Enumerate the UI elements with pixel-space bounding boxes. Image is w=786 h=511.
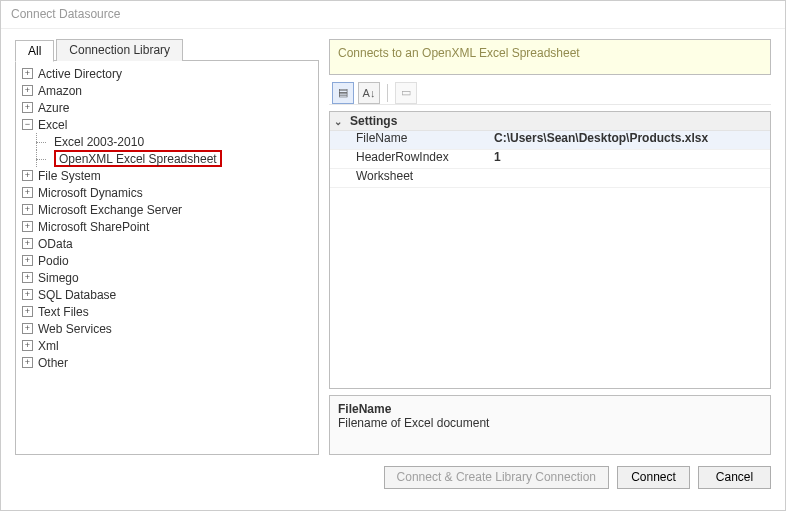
settings-value[interactable] [490,169,770,187]
tree-node-podio[interactable]: +Podio [18,252,316,269]
dialog-footer: Connect & Create Library Connection Conn… [1,455,785,499]
categorized-view-button[interactable]: ▤ [332,82,354,104]
datasource-tree[interactable]: +Active Directory+Amazon+Azure−ExcelExce… [15,61,319,455]
datasource-description: Connects to an OpenXML Excel Spreadsheet [329,39,771,75]
help-text: Filename of Excel document [338,416,762,430]
expand-icon[interactable]: + [22,272,33,283]
tree-branch-icon [36,150,50,167]
tree-node-text-files[interactable]: +Text Files [18,303,316,320]
tab-all[interactable]: All [15,40,54,62]
window-title: Connect Datasource [1,1,785,29]
chevron-down-icon: ⌄ [334,116,346,127]
tree-leaf-openxml-excel-spreadsheet[interactable]: OpenXML Excel Spreadsheet [36,150,316,167]
tree-node-label: Podio [38,254,69,268]
expand-icon[interactable]: + [22,238,33,249]
tree-node-label: File System [38,169,101,183]
tree-node-microsoft-exchange-server[interactable]: +Microsoft Exchange Server [18,201,316,218]
expand-icon[interactable]: + [22,323,33,334]
tree-node-label: Simego [38,271,79,285]
tab-connection-library[interactable]: Connection Library [56,39,183,61]
expand-icon[interactable]: + [22,68,33,79]
cancel-button[interactable]: Cancel [698,466,771,489]
tree-branch-icon [36,133,50,150]
tree-node-odata[interactable]: +OData [18,235,316,252]
tree-node-sql-database[interactable]: +SQL Database [18,286,316,303]
help-title: FileName [338,402,762,416]
tree-node-simego[interactable]: +Simego [18,269,316,286]
expand-icon[interactable]: + [22,340,33,351]
tree-node-label: Microsoft SharePoint [38,220,149,234]
tree-node-file-system[interactable]: +File System [18,167,316,184]
expand-icon[interactable]: + [22,102,33,113]
settings-section-label: Settings [350,114,397,128]
toolbar-divider [387,84,388,102]
expand-icon[interactable]: + [22,357,33,368]
settings-value[interactable]: C:\Users\Sean\Desktop\Products.xlsx [490,131,770,149]
tree-node-label: Microsoft Dynamics [38,186,143,200]
tree-node-other[interactable]: +Other [18,354,316,371]
property-help: FileName Filename of Excel document [329,395,771,455]
tree-node-amazon[interactable]: +Amazon [18,82,316,99]
settings-name: Worksheet [330,169,490,187]
tree-node-web-services[interactable]: +Web Services [18,320,316,337]
tree-node-label: Text Files [38,305,89,319]
property-pages-button: ▭ [395,82,417,104]
tree-node-microsoft-dynamics[interactable]: +Microsoft Dynamics [18,184,316,201]
settings-grid[interactable]: ⌄ Settings FileNameC:\Users\Sean\Desktop… [329,111,771,389]
alphabetical-view-button[interactable]: A↓ [358,82,380,104]
settings-row-worksheet[interactable]: Worksheet [330,169,770,188]
settings-value[interactable]: 1 [490,150,770,168]
expand-icon[interactable]: + [22,170,33,181]
collapse-icon[interactable]: − [22,119,33,130]
property-toolbar: ▤ A↓ ▭ [329,81,771,105]
tree-node-xml[interactable]: +Xml [18,337,316,354]
tree-node-microsoft-sharepoint[interactable]: +Microsoft SharePoint [18,218,316,235]
tree-node-label: Azure [38,101,69,115]
expand-icon[interactable]: + [22,85,33,96]
tree-leaf-label: Excel 2003-2010 [54,135,144,149]
tree-node-excel[interactable]: −Excel [18,116,316,133]
tree-node-label: Active Directory [38,67,122,81]
expand-icon[interactable]: + [22,221,33,232]
tree-node-label: Web Services [38,322,112,336]
tree-node-label: OData [38,237,73,251]
expand-icon[interactable]: + [22,255,33,266]
settings-name: FileName [330,131,490,149]
connect-create-library-button: Connect & Create Library Connection [384,466,609,489]
settings-section-header[interactable]: ⌄ Settings [330,112,770,131]
tree-node-azure[interactable]: +Azure [18,99,316,116]
settings-name: HeaderRowIndex [330,150,490,168]
connect-button[interactable]: Connect [617,466,690,489]
settings-row-filename[interactable]: FileNameC:\Users\Sean\Desktop\Products.x… [330,131,770,150]
tree-leaf-excel-2003-2010[interactable]: Excel 2003-2010 [36,133,316,150]
tree-node-label: Amazon [38,84,82,98]
expand-icon[interactable]: + [22,187,33,198]
tree-node-label: Xml [38,339,59,353]
expand-icon[interactable]: + [22,289,33,300]
tree-node-label: Microsoft Exchange Server [38,203,182,217]
tabs: All Connection Library [15,39,319,61]
tree-node-active-directory[interactable]: +Active Directory [18,65,316,82]
settings-row-headerrowindex[interactable]: HeaderRowIndex1 [330,150,770,169]
tree-node-label: Other [38,356,68,370]
expand-icon[interactable]: + [22,204,33,215]
tree-node-label: Excel [38,118,67,132]
tree-node-label: SQL Database [38,288,116,302]
tree-leaf-label: OpenXML Excel Spreadsheet [54,150,222,167]
expand-icon[interactable]: + [22,306,33,317]
